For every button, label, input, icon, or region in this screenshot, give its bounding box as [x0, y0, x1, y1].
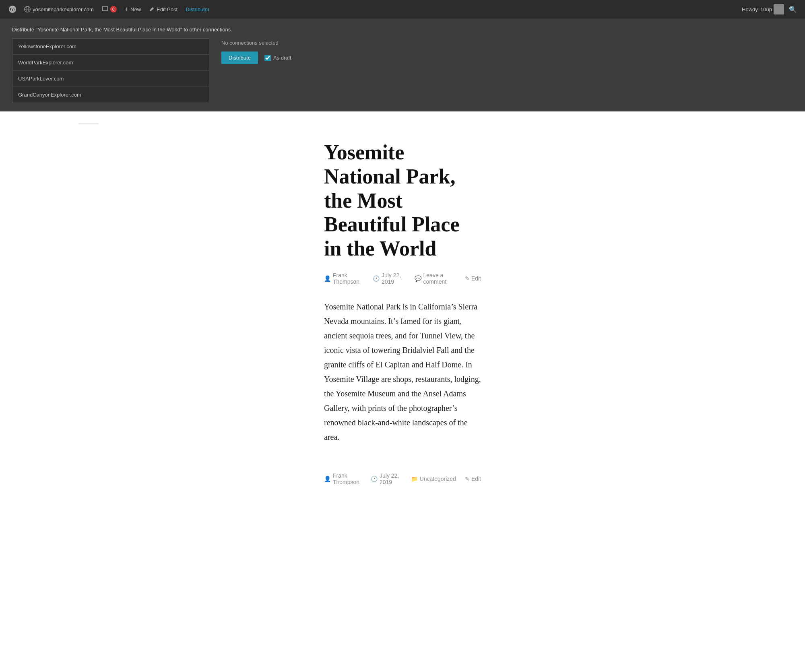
new-item[interactable]: + New — [121, 0, 145, 19]
distributor-label: Distributor — [186, 6, 209, 12]
wp-logo-icon — [9, 6, 16, 13]
post-content-area: Yosemite National Park, the Most Beautif… — [0, 124, 805, 517]
new-label: New — [130, 6, 141, 12]
edit-post-item[interactable]: Edit Post — [145, 0, 182, 19]
post-meta: 👤 Frank Thompson 🕐 July 22, 2019 💬 Leave… — [324, 272, 481, 285]
connection-item-2[interactable]: USAParkLover.com — [12, 71, 209, 87]
footer-date-meta: 🕐 July 22, 2019 — [371, 472, 402, 485]
clock-icon: 🕐 — [373, 275, 380, 282]
distributor-body: YellowstoneExplorer.com WorldParkExplore… — [12, 38, 793, 103]
site-icon — [24, 6, 31, 12]
author-icon: 👤 — [324, 275, 331, 282]
footer-author-icon: 👤 — [324, 476, 331, 482]
comments-count: 0 — [110, 6, 117, 12]
connection-item-1[interactable]: WorldParkExplorer.com — [12, 55, 209, 71]
connection-item-0[interactable]: YellowstoneExplorer.com — [12, 39, 209, 55]
admin-bar: yosemiteparkexplorer.com 0 + New Edit Po… — [0, 0, 805, 19]
wp-logo-item[interactable] — [5, 0, 20, 19]
post-author-link[interactable]: Frank Thompson — [333, 272, 364, 285]
no-connections-text: No connections selected — [221, 40, 291, 46]
footer-author-meta: 👤 Frank Thompson — [324, 472, 362, 485]
as-draft-label[interactable]: As draft — [264, 55, 291, 61]
search-icon[interactable]: 🔍 — [786, 6, 800, 13]
comments-icon — [102, 6, 108, 12]
footer-clock-icon: 🕐 — [371, 476, 378, 482]
post-edit-link[interactable]: ✎ Edit — [465, 275, 481, 282]
distributor-description: Distribute "Yosemite National Park, the … — [12, 27, 793, 33]
footer-edit-label: Edit — [471, 476, 481, 482]
comments-item[interactable]: 0 — [98, 0, 121, 19]
connection-item-3[interactable]: GrandCanyonExplorer.com — [12, 87, 209, 103]
distributor-item[interactable]: Distributor — [182, 0, 213, 19]
new-icon: + — [125, 6, 128, 13]
footer-category-meta: 📁 Uncategorized — [411, 476, 456, 482]
comment-icon: 💬 — [415, 275, 421, 282]
site-url-item[interactable]: yosemiteparkexplorer.com — [20, 0, 98, 19]
distribute-row: Distribute As draft — [221, 52, 291, 64]
post-date: July 22, 2019 — [382, 272, 406, 285]
post-container: Yosemite National Park, the Most Beautif… — [246, 132, 559, 493]
footer-author-link[interactable]: Frank Thompson — [333, 472, 362, 485]
post-comment-meta: 💬 Leave a comment — [415, 272, 456, 285]
howdy-label: Howdy, 10up — [742, 6, 772, 12]
site-url-label: yosemiteparkexplorer.com — [33, 6, 94, 12]
footer-date: July 22, 2019 — [380, 472, 402, 485]
distribute-button[interactable]: Distribute — [221, 52, 258, 64]
post-author-meta: 👤 Frank Thompson — [324, 272, 364, 285]
distributor-actions: No connections selected Distribute As dr… — [221, 38, 291, 64]
post-title: Yosemite National Park, the Most Beautif… — [324, 140, 481, 261]
edit-link-label: Edit — [471, 275, 481, 282]
pencil-icon — [149, 6, 155, 12]
as-draft-checkbox[interactable] — [264, 55, 271, 61]
footer-category-link[interactable]: Uncategorized — [420, 476, 456, 482]
adminbar-right: Howdy, 10up 🔍 — [742, 4, 800, 14]
folder-icon: 📁 — [411, 476, 418, 482]
footer-edit-link[interactable]: ✎ Edit — [465, 476, 481, 482]
distributor-panel: Distribute "Yosemite National Park, the … — [0, 19, 805, 111]
as-draft-text: As draft — [273, 55, 291, 61]
edit-post-label: Edit Post — [157, 6, 178, 12]
post-footer-meta: 👤 Frank Thompson 🕐 July 22, 2019 📁 Uncat… — [324, 468, 481, 485]
post-date-meta: 🕐 July 22, 2019 — [373, 272, 406, 285]
connections-list: YellowstoneExplorer.com WorldParkExplore… — [12, 38, 209, 103]
post-body: Yosemite National Park is in California’… — [324, 299, 481, 444]
pencil-edit-icon: ✎ — [465, 275, 470, 282]
post-divider — [78, 124, 99, 124]
avatar — [774, 4, 784, 14]
footer-pencil-icon: ✎ — [465, 476, 470, 482]
post-comment-link[interactable]: Leave a comment — [423, 272, 456, 285]
